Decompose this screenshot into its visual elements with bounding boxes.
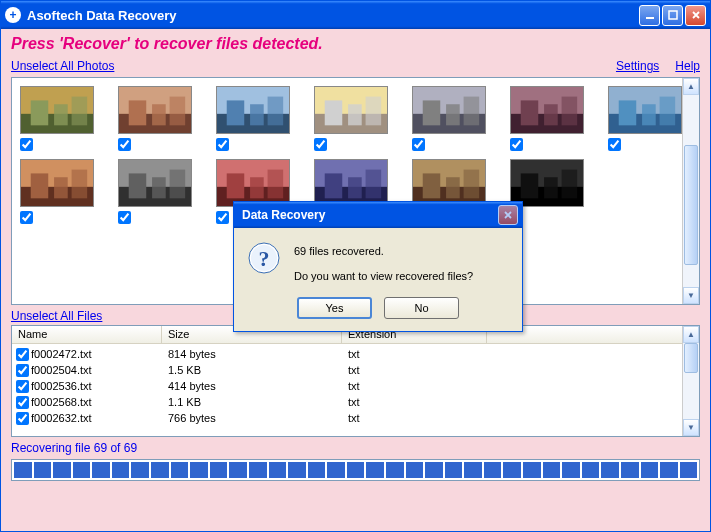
scroll-up-button[interactable]: ▲ [683, 78, 699, 95]
svg-rect-21 [366, 97, 382, 126]
unselect-all-photos-link[interactable]: Unselect All Photos [11, 59, 114, 73]
question-icon: ? [248, 242, 280, 274]
svg-rect-39 [31, 173, 49, 198]
photo-scrollbar[interactable]: ▲ ▼ [682, 78, 699, 304]
no-button[interactable]: No [384, 297, 459, 319]
progress-segment [269, 462, 287, 478]
file-checkbox[interactable] [16, 364, 29, 377]
photo-checkbox[interactable] [118, 138, 131, 151]
svg-rect-15 [250, 104, 264, 125]
help-link[interactable]: Help [675, 59, 700, 73]
progress-segment [14, 462, 32, 478]
status-text: Recovering file 69 of 69 [11, 437, 700, 459]
progress-segment [503, 462, 521, 478]
photo-thumb[interactable] [20, 159, 94, 224]
file-name: f0002504.txt [31, 364, 92, 376]
thumbnail-image[interactable] [216, 159, 290, 207]
file-row[interactable]: f0002536.txt414 bytestxt [12, 378, 699, 394]
unselect-all-files-link[interactable]: Unselect All Files [11, 309, 102, 323]
maximize-button[interactable] [662, 5, 683, 26]
file-row[interactable]: f0002504.txt1.5 KBtxt [12, 362, 699, 378]
photo-thumb[interactable] [216, 86, 290, 151]
photo-checkbox[interactable] [216, 138, 229, 151]
thumbnail-image[interactable] [20, 86, 94, 134]
file-checkbox[interactable] [16, 396, 29, 409]
photo-thumb[interactable] [412, 86, 486, 151]
thumbnail-image[interactable] [314, 159, 388, 207]
photo-thumb[interactable] [510, 86, 584, 151]
thumbnail-image[interactable] [314, 86, 388, 134]
file-size: 766 bytes [162, 412, 342, 424]
progress-segment [406, 462, 424, 478]
photo-checkbox[interactable] [216, 211, 229, 224]
thumbnail-image[interactable] [412, 159, 486, 207]
file-panel: Name Size Extension f0002472.txt814 byte… [11, 325, 700, 437]
photo-thumb[interactable] [118, 86, 192, 151]
scroll-track[interactable] [683, 343, 699, 419]
photo-checkbox[interactable] [412, 138, 425, 151]
file-size: 814 bytes [162, 348, 342, 360]
dialog-close-button[interactable] [498, 205, 518, 225]
svg-rect-54 [325, 173, 343, 198]
thumbnail-image[interactable] [510, 86, 584, 134]
file-extension: txt [342, 412, 487, 424]
app-window: + Asoftech Data Recovery Press 'Recover'… [0, 0, 711, 532]
svg-rect-10 [152, 104, 166, 125]
thumbnail-image[interactable] [20, 159, 94, 207]
svg-text:?: ? [259, 246, 270, 271]
photo-checkbox[interactable] [20, 138, 33, 151]
svg-rect-59 [423, 173, 441, 198]
progress-segment [601, 462, 619, 478]
file-extension: txt [342, 348, 487, 360]
minimize-button[interactable] [639, 5, 660, 26]
progress-segment [327, 462, 345, 478]
yes-button[interactable]: Yes [297, 297, 372, 319]
photo-checkbox[interactable] [608, 138, 621, 151]
scroll-down-button[interactable]: ▼ [683, 419, 699, 436]
scroll-track[interactable] [683, 95, 699, 287]
titlebar: + Asoftech Data Recovery [1, 1, 710, 29]
thumbnail-image[interactable] [118, 159, 192, 207]
progress-segment [562, 462, 580, 478]
file-row[interactable]: f0002568.txt1.1 KBtxt [12, 394, 699, 410]
photo-thumb[interactable] [314, 86, 388, 151]
photo-thumb[interactable] [608, 86, 682, 151]
close-button[interactable] [685, 5, 706, 26]
photo-thumb[interactable] [20, 86, 94, 151]
photo-checkbox[interactable] [118, 211, 131, 224]
thumbnail-image[interactable] [608, 86, 682, 134]
file-row[interactable]: f0002472.txt814 bytestxt [12, 346, 699, 362]
thumbnail-image[interactable] [216, 86, 290, 134]
scroll-down-button[interactable]: ▼ [683, 287, 699, 304]
file-checkbox[interactable] [16, 380, 29, 393]
column-name[interactable]: Name [12, 326, 162, 343]
recovery-dialog: Data Recovery ? 69 files recovered. Do y… [233, 201, 523, 332]
photo-checkbox[interactable] [314, 138, 327, 151]
svg-rect-29 [521, 100, 539, 125]
svg-rect-41 [72, 170, 88, 199]
photo-checkbox[interactable] [510, 138, 523, 151]
progress-segment [543, 462, 561, 478]
svg-rect-44 [129, 173, 147, 198]
file-scrollbar[interactable]: ▲ ▼ [682, 326, 699, 436]
photo-thumb[interactable] [118, 159, 192, 224]
file-row[interactable]: f0002632.txt766 bytestxt [12, 410, 699, 426]
scroll-up-button[interactable]: ▲ [683, 326, 699, 343]
thumbnail-image[interactable] [118, 86, 192, 134]
svg-rect-65 [544, 177, 558, 198]
file-checkbox[interactable] [16, 348, 29, 361]
svg-rect-0 [646, 17, 654, 19]
svg-rect-20 [348, 104, 362, 125]
file-checkbox[interactable] [16, 412, 29, 425]
progress-segment [445, 462, 463, 478]
svg-rect-40 [54, 177, 68, 198]
svg-rect-45 [152, 177, 166, 198]
settings-link[interactable]: Settings [616, 59, 659, 73]
dialog-titlebar: Data Recovery [234, 202, 522, 228]
scroll-thumb[interactable] [684, 343, 698, 373]
photo-checkbox[interactable] [20, 211, 33, 224]
thumbnail-image[interactable] [412, 86, 486, 134]
file-extension: txt [342, 396, 487, 408]
thumbnail-image[interactable] [510, 159, 584, 207]
scroll-thumb[interactable] [684, 145, 698, 265]
